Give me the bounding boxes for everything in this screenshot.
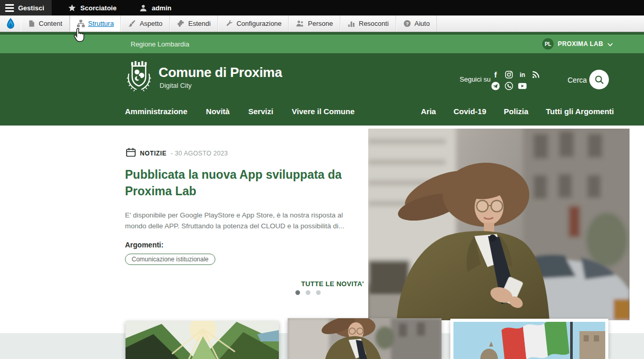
sitemap-icon [77, 20, 85, 27]
linkedin-icon[interactable]: in [518, 70, 527, 79]
rss-icon[interactable] [531, 70, 540, 79]
people-icon [296, 20, 304, 27]
whatsapp-icon[interactable] [505, 82, 513, 90]
help-icon: ? [403, 20, 411, 27]
topics-label: Argomenti: [125, 241, 164, 249]
toolbar-item-resoconti[interactable]: Resoconti [340, 15, 396, 32]
search-label: Cerca [568, 76, 587, 84]
toolbar-item-configurazione[interactable]: Configurazione [218, 15, 289, 32]
social-links: f in [491, 70, 541, 93]
region-label[interactable]: Regione Lombardia [131, 40, 189, 48]
chevron-down-icon [607, 39, 613, 49]
toolbar-item-label: Persone [308, 20, 333, 27]
toolbar-item-content[interactable]: Content [21, 15, 70, 32]
toolbar-item-label: Configurazione [237, 20, 281, 27]
municipality-crest-logo[interactable] [124, 60, 153, 98]
toolbar-item-aiuto[interactable]: ? Aiuto [396, 15, 437, 32]
nav-item-servizi[interactable]: Servizi [248, 107, 273, 116]
nav-item-novita[interactable]: Novità [206, 107, 230, 116]
all-news-link[interactable]: TUTTE LE NOVITA' [301, 278, 377, 289]
toolbar-item-label: Aiuto [415, 20, 430, 27]
instagram-icon[interactable] [505, 70, 513, 79]
all-news-label: TUTTE LE NOVITA' [301, 280, 364, 288]
gestisci-label: Gestisci [18, 4, 44, 12]
youtube-icon[interactable] [518, 82, 527, 90]
admin-menu-scorciatoie[interactable]: Scorciatoie [61, 0, 124, 15]
search-icon [594, 75, 604, 85]
nav-item-covid19[interactable]: Covid-19 [453, 107, 486, 116]
toolbar-item-struttura[interactable]: Struttura [70, 15, 121, 32]
toolbar-item-aspetto[interactable]: Aspetto [121, 15, 169, 32]
drupal-logo-icon[interactable] [0, 15, 21, 32]
carousel-dots [295, 290, 321, 295]
toolbar-item-label: Aspetto [139, 20, 162, 27]
carousel-dot-2[interactable] [306, 290, 310, 295]
follow-label: Seguici su [460, 75, 491, 83]
flag-image [453, 322, 605, 359]
tenant-name: PROXIMA LAB [558, 40, 603, 48]
site-subtitle: Digital City [160, 82, 192, 89]
site-title[interactable]: Comune di Proxima [159, 65, 282, 81]
search-button[interactable] [589, 70, 609, 89]
toolbar-item-label: Resoconti [359, 20, 389, 27]
toolbar-item-label: Estendi [189, 20, 211, 27]
nav-item-tutti-gli-argomenti[interactable]: Tutti gli Argomenti [546, 107, 614, 116]
file-icon [28, 20, 35, 27]
news-excerpt: E' disponibile per Google PlayStore e Ap… [125, 210, 360, 231]
toolbar-item-estendi[interactable]: Estendi [170, 15, 218, 32]
wrench-icon [225, 20, 233, 27]
nav-item-vivere-il-comune[interactable]: Vivere il Comune [292, 107, 354, 116]
carousel-dot-1[interactable] [295, 290, 300, 295]
hamburger-icon [5, 4, 14, 12]
telegram-icon[interactable] [491, 82, 500, 90]
star-icon [68, 4, 76, 12]
user-icon [139, 4, 148, 12]
toolbar-item-persone[interactable]: Persone [289, 15, 340, 32]
calendar-icon [126, 148, 136, 159]
region-bar: Regione Lombardia PL PROXIMA LAB [0, 32, 644, 53]
admin-toolbar: Content Struttura Aspetto Estendi Config [0, 15, 644, 32]
admin-username: admin [152, 4, 171, 12]
news-title[interactable]: Pubblicata la nuova App sviluppata da Pr… [125, 166, 358, 199]
admin-menu-user[interactable]: admin [132, 0, 179, 15]
news-card-flag[interactable] [450, 319, 608, 359]
news-card-app[interactable] [288, 318, 442, 359]
tenant-badge: PL [542, 38, 554, 50]
facebook-icon[interactable]: f [491, 70, 500, 79]
nav-item-polizia[interactable]: Polizia [504, 107, 529, 116]
carousel-dot-3[interactable] [316, 290, 321, 295]
hero-image [368, 129, 630, 320]
news-date: - 30 AGOSTO 2023 [171, 150, 228, 157]
scorciatoie-label: Scorciatoie [81, 4, 117, 12]
admin-menu-gestisci[interactable]: Gestisci [0, 0, 52, 15]
nav-item-amministrazione[interactable]: Amministrazione [125, 107, 187, 116]
page: Gestisci Scorciatoie admin Content [0, 0, 644, 359]
news-meta: NOTIZIE - 30 AGOSTO 2023 [126, 148, 228, 159]
news-card-mountains[interactable] [125, 321, 279, 359]
bar-chart-icon [348, 20, 355, 27]
toolbar-item-label: Struttura [88, 20, 114, 27]
topic-tag[interactable]: Comunicazione istituzionale [125, 254, 215, 265]
brush-icon [128, 20, 136, 27]
nav-item-aria[interactable]: Aria [421, 107, 436, 116]
puzzle-icon [177, 20, 185, 27]
tenant-switcher[interactable]: PL PROXIMA LAB [542, 38, 613, 50]
svg-text:?: ? [405, 21, 409, 26]
admin-bar: Gestisci Scorciatoie admin [0, 0, 644, 15]
toolbar-item-label: Content [39, 20, 62, 27]
site-header: Comune di Proxima Digital City Seguici s… [0, 53, 644, 126]
news-category[interactable]: NOTIZIE [140, 150, 167, 157]
main-navigation: Amministrazione Novità Servizi Vivere il… [0, 107, 644, 122]
